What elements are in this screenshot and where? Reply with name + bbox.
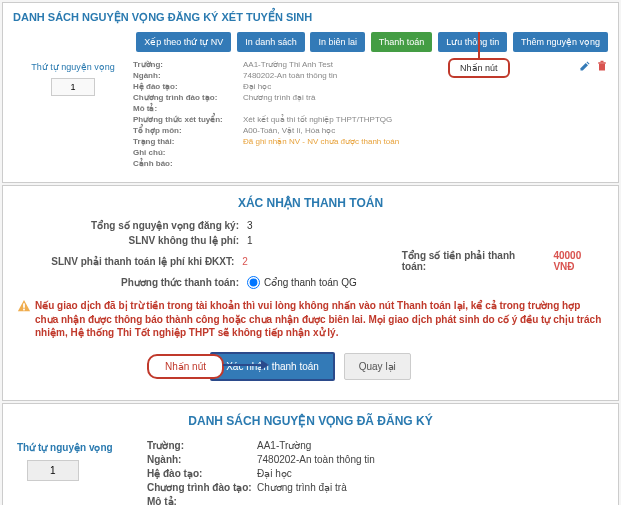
panel-confirm-payment: XÁC NHẬN THANH TOÁN Tổng số nguyện vọng …: [2, 185, 619, 401]
save-button[interactable]: Lưu thông tin: [438, 32, 507, 52]
callout-arrow-line: [223, 364, 263, 366]
val3-hedt: Đại học: [257, 468, 292, 479]
row-actions: [577, 60, 608, 74]
svg-rect-0: [599, 64, 605, 71]
lbl-ptxt: Phương thức xét tuyển:: [133, 115, 243, 124]
lbl3-mota: Mô tả:: [147, 496, 257, 506]
lbl3-ctdt: Chương trình đào tạo:: [147, 482, 257, 493]
detail-column: Trường:AA1-Trường Thi Anh Test Ngành:748…: [133, 60, 608, 170]
panel1-title: DANH SÁCH NGUYỆN VỌNG ĐĂNG KÝ XÉT TUYỂN …: [13, 11, 608, 24]
lbl-tt: Trạng thái:: [133, 137, 243, 146]
val-nganh: 7480202-An toàn thông tin: [243, 71, 337, 80]
svg-rect-4: [23, 309, 25, 311]
print-receipt-button[interactable]: In biên lai: [310, 32, 365, 52]
warning-icon: [17, 299, 31, 313]
lbl-total: Tổng số nguyện vọng đăng ký:: [17, 220, 247, 231]
callout-connector: [478, 32, 480, 58]
confirm-payment-button[interactable]: Xác nhận thanh toán: [210, 352, 335, 381]
add-wish-button[interactable]: Thêm nguyện vọng: [513, 32, 608, 52]
callout-arrow-head: [261, 360, 269, 370]
panel-registered-list: DANH SÁCH NGUYỆN VỌNG ĐÃ ĐĂNG KÝ Thứ tự …: [2, 403, 619, 506]
lbl-amount: Tổng số tiền phải thanh toán:: [402, 250, 540, 272]
svg-rect-3: [23, 303, 25, 307]
order-label: Thứ tự nguyện vọng: [13, 62, 133, 72]
radio-method-label: Cổng thanh toán QG: [264, 277, 357, 288]
val-amount: 40000 VNĐ: [553, 250, 604, 272]
order-column: Thứ tự nguyện vọng 1: [13, 60, 133, 170]
lbl-nganh: Ngành:: [133, 71, 243, 80]
val3-nganh: 7480202-An toàn thông tin: [257, 454, 375, 465]
order-label-3: Thứ tự nguyện vọng: [17, 442, 147, 454]
lbl3-hedt: Hệ đào tạo:: [147, 468, 257, 479]
panel-register-list: DANH SÁCH NGUYỆN VỌNG ĐĂNG KÝ XÉT TUYỂN …: [2, 2, 619, 183]
detail-column-3: Trường:AA1-Trường Ngành:7480202-An toàn …: [147, 440, 604, 506]
radio-method-qg[interactable]: Cổng thanh toán QG: [247, 276, 357, 289]
print-list-button[interactable]: In danh sách: [237, 32, 305, 52]
sort-button[interactable]: Xếp theo thứ tự NV: [136, 32, 231, 52]
toolbar: Xếp theo thứ tự NV In danh sách In biên …: [13, 32, 608, 52]
val3-truong: AA1-Trường: [257, 440, 311, 451]
radio-method-input[interactable]: [247, 276, 260, 289]
edit-icon[interactable]: [579, 60, 591, 72]
svg-rect-2: [601, 61, 604, 63]
val-thm: A00-Toán, Vật lí, Hóa học: [243, 126, 335, 135]
lbl3-nganh: Ngành:: [147, 454, 257, 465]
warning-text: Nếu giao dịch đã bị trừ tiền trong tài k…: [35, 299, 604, 340]
lbl-thm: Tổ hợp môn:: [133, 126, 243, 135]
delete-icon[interactable]: [596, 60, 608, 72]
svg-rect-1: [598, 62, 606, 64]
val-total: 3: [247, 220, 277, 231]
val-ctdt: Chương trình đại trà: [243, 93, 315, 102]
callout-press-button-2: Nhấn nút: [147, 354, 224, 379]
val-hedt: Đại học: [243, 82, 271, 91]
order-column-3: Thứ tự nguyện vọng 1: [17, 440, 147, 506]
val-nofee: 1: [247, 235, 277, 246]
lbl3-truong: Trường:: [147, 440, 257, 451]
lbl-nofee: SLNV không thu lệ phí:: [17, 235, 247, 246]
lbl-cb: Cảnh báo:: [133, 159, 243, 168]
lbl-fee: SLNV phải thanh toán lệ phí khi ĐKXT:: [17, 256, 242, 267]
panel3-title: DANH SÁCH NGUYỆN VỌNG ĐÃ ĐĂNG KÝ: [17, 414, 604, 428]
val-tt: Đã ghi nhận NV - NV chưa được thanh toán: [243, 137, 399, 146]
back-button[interactable]: Quay lại: [344, 353, 411, 380]
warning-box: Nếu giao dịch đã bị trừ tiền trong tài k…: [17, 299, 604, 340]
confirm-button-row: Nhấn nút Xác nhận thanh toán Quay lại: [17, 352, 604, 386]
lbl-hedt: Hệ đào tạo:: [133, 82, 243, 91]
lbl-ctdt: Chương trình đào tạo:: [133, 93, 243, 102]
val-truong: AA1-Trường Thi Anh Test: [243, 60, 333, 69]
lbl-mota: Mô tả:: [133, 104, 243, 113]
order-value-3: 1: [27, 460, 79, 481]
lbl-gc: Ghi chú:: [133, 148, 243, 157]
val-fee: 2: [242, 256, 271, 267]
val3-ctdt: Chương trình đại trà: [257, 482, 347, 493]
order-value: 1: [51, 78, 94, 96]
lbl-truong: Trường:: [133, 60, 243, 69]
lbl-method: Phương thức thanh toán:: [17, 277, 247, 288]
pay-button[interactable]: Thanh toán: [371, 32, 433, 52]
val-ptxt: Xét kết quả thi tốt nghiệp THPT/THPTQG: [243, 115, 392, 124]
panel2-title: XÁC NHẬN THANH TOÁN: [17, 196, 604, 210]
